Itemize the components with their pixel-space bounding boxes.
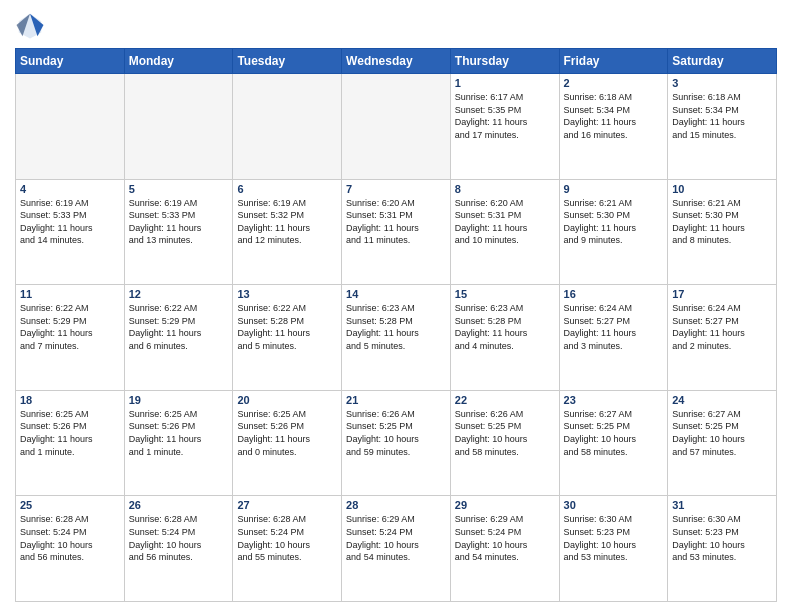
day-info: Sunrise: 6:28 AM Sunset: 5:24 PM Dayligh…	[20, 513, 120, 563]
day-info: Sunrise: 6:29 AM Sunset: 5:24 PM Dayligh…	[455, 513, 555, 563]
calendar-cell: 21Sunrise: 6:26 AM Sunset: 5:25 PM Dayli…	[342, 390, 451, 496]
day-number: 28	[346, 499, 446, 511]
calendar-cell: 22Sunrise: 6:26 AM Sunset: 5:25 PM Dayli…	[450, 390, 559, 496]
calendar-cell: 11Sunrise: 6:22 AM Sunset: 5:29 PM Dayli…	[16, 285, 125, 391]
day-info: Sunrise: 6:26 AM Sunset: 5:25 PM Dayligh…	[346, 408, 446, 458]
day-number: 14	[346, 288, 446, 300]
day-number: 10	[672, 183, 772, 195]
day-info: Sunrise: 6:20 AM Sunset: 5:31 PM Dayligh…	[346, 197, 446, 247]
day-number: 17	[672, 288, 772, 300]
day-number: 15	[455, 288, 555, 300]
day-info: Sunrise: 6:18 AM Sunset: 5:34 PM Dayligh…	[672, 91, 772, 141]
calendar-cell: 13Sunrise: 6:22 AM Sunset: 5:28 PM Dayli…	[233, 285, 342, 391]
day-number: 19	[129, 394, 229, 406]
day-info: Sunrise: 6:29 AM Sunset: 5:24 PM Dayligh…	[346, 513, 446, 563]
calendar-cell: 24Sunrise: 6:27 AM Sunset: 5:25 PM Dayli…	[668, 390, 777, 496]
day-info: Sunrise: 6:27 AM Sunset: 5:25 PM Dayligh…	[672, 408, 772, 458]
day-info: Sunrise: 6:23 AM Sunset: 5:28 PM Dayligh…	[346, 302, 446, 352]
day-number: 1	[455, 77, 555, 89]
logo	[15, 10, 49, 40]
calendar-week-row: 18Sunrise: 6:25 AM Sunset: 5:26 PM Dayli…	[16, 390, 777, 496]
calendar-cell	[342, 74, 451, 180]
calendar-cell: 4Sunrise: 6:19 AM Sunset: 5:33 PM Daylig…	[16, 179, 125, 285]
weekday-header: Friday	[559, 49, 668, 74]
page: SundayMondayTuesdayWednesdayThursdayFrid…	[0, 0, 792, 612]
calendar-cell: 7Sunrise: 6:20 AM Sunset: 5:31 PM Daylig…	[342, 179, 451, 285]
day-info: Sunrise: 6:19 AM Sunset: 5:33 PM Dayligh…	[20, 197, 120, 247]
calendar-cell: 25Sunrise: 6:28 AM Sunset: 5:24 PM Dayli…	[16, 496, 125, 602]
calendar-cell: 6Sunrise: 6:19 AM Sunset: 5:32 PM Daylig…	[233, 179, 342, 285]
calendar-cell: 2Sunrise: 6:18 AM Sunset: 5:34 PM Daylig…	[559, 74, 668, 180]
day-info: Sunrise: 6:17 AM Sunset: 5:35 PM Dayligh…	[455, 91, 555, 141]
calendar-week-row: 25Sunrise: 6:28 AM Sunset: 5:24 PM Dayli…	[16, 496, 777, 602]
calendar-cell: 28Sunrise: 6:29 AM Sunset: 5:24 PM Dayli…	[342, 496, 451, 602]
calendar-cell: 16Sunrise: 6:24 AM Sunset: 5:27 PM Dayli…	[559, 285, 668, 391]
day-info: Sunrise: 6:20 AM Sunset: 5:31 PM Dayligh…	[455, 197, 555, 247]
calendar-cell: 20Sunrise: 6:25 AM Sunset: 5:26 PM Dayli…	[233, 390, 342, 496]
day-number: 25	[20, 499, 120, 511]
day-info: Sunrise: 6:18 AM Sunset: 5:34 PM Dayligh…	[564, 91, 664, 141]
day-number: 11	[20, 288, 120, 300]
calendar-table: SundayMondayTuesdayWednesdayThursdayFrid…	[15, 48, 777, 602]
calendar-cell: 3Sunrise: 6:18 AM Sunset: 5:34 PM Daylig…	[668, 74, 777, 180]
day-number: 31	[672, 499, 772, 511]
calendar-cell: 19Sunrise: 6:25 AM Sunset: 5:26 PM Dayli…	[124, 390, 233, 496]
calendar-cell: 12Sunrise: 6:22 AM Sunset: 5:29 PM Dayli…	[124, 285, 233, 391]
weekday-header: Saturday	[668, 49, 777, 74]
day-number: 7	[346, 183, 446, 195]
day-number: 16	[564, 288, 664, 300]
day-info: Sunrise: 6:21 AM Sunset: 5:30 PM Dayligh…	[672, 197, 772, 247]
day-info: Sunrise: 6:21 AM Sunset: 5:30 PM Dayligh…	[564, 197, 664, 247]
calendar-cell: 30Sunrise: 6:30 AM Sunset: 5:23 PM Dayli…	[559, 496, 668, 602]
calendar-cell: 9Sunrise: 6:21 AM Sunset: 5:30 PM Daylig…	[559, 179, 668, 285]
day-info: Sunrise: 6:28 AM Sunset: 5:24 PM Dayligh…	[129, 513, 229, 563]
day-number: 9	[564, 183, 664, 195]
day-number: 12	[129, 288, 229, 300]
weekday-header: Wednesday	[342, 49, 451, 74]
calendar-week-row: 1Sunrise: 6:17 AM Sunset: 5:35 PM Daylig…	[16, 74, 777, 180]
calendar-cell: 8Sunrise: 6:20 AM Sunset: 5:31 PM Daylig…	[450, 179, 559, 285]
day-number: 23	[564, 394, 664, 406]
weekday-header-row: SundayMondayTuesdayWednesdayThursdayFrid…	[16, 49, 777, 74]
day-info: Sunrise: 6:22 AM Sunset: 5:28 PM Dayligh…	[237, 302, 337, 352]
calendar-cell: 1Sunrise: 6:17 AM Sunset: 5:35 PM Daylig…	[450, 74, 559, 180]
day-number: 24	[672, 394, 772, 406]
calendar-cell: 18Sunrise: 6:25 AM Sunset: 5:26 PM Dayli…	[16, 390, 125, 496]
day-number: 5	[129, 183, 229, 195]
day-info: Sunrise: 6:25 AM Sunset: 5:26 PM Dayligh…	[20, 408, 120, 458]
day-number: 22	[455, 394, 555, 406]
day-number: 3	[672, 77, 772, 89]
calendar-cell: 26Sunrise: 6:28 AM Sunset: 5:24 PM Dayli…	[124, 496, 233, 602]
calendar-cell	[124, 74, 233, 180]
day-number: 8	[455, 183, 555, 195]
day-info: Sunrise: 6:28 AM Sunset: 5:24 PM Dayligh…	[237, 513, 337, 563]
day-number: 30	[564, 499, 664, 511]
day-number: 21	[346, 394, 446, 406]
day-info: Sunrise: 6:25 AM Sunset: 5:26 PM Dayligh…	[129, 408, 229, 458]
day-info: Sunrise: 6:27 AM Sunset: 5:25 PM Dayligh…	[564, 408, 664, 458]
day-number: 13	[237, 288, 337, 300]
day-info: Sunrise: 6:24 AM Sunset: 5:27 PM Dayligh…	[564, 302, 664, 352]
day-number: 18	[20, 394, 120, 406]
calendar-week-row: 11Sunrise: 6:22 AM Sunset: 5:29 PM Dayli…	[16, 285, 777, 391]
day-info: Sunrise: 6:25 AM Sunset: 5:26 PM Dayligh…	[237, 408, 337, 458]
calendar-cell: 17Sunrise: 6:24 AM Sunset: 5:27 PM Dayli…	[668, 285, 777, 391]
day-number: 4	[20, 183, 120, 195]
day-info: Sunrise: 6:24 AM Sunset: 5:27 PM Dayligh…	[672, 302, 772, 352]
calendar-cell: 27Sunrise: 6:28 AM Sunset: 5:24 PM Dayli…	[233, 496, 342, 602]
day-number: 6	[237, 183, 337, 195]
day-number: 2	[564, 77, 664, 89]
calendar-cell: 29Sunrise: 6:29 AM Sunset: 5:24 PM Dayli…	[450, 496, 559, 602]
day-number: 20	[237, 394, 337, 406]
weekday-header: Monday	[124, 49, 233, 74]
weekday-header: Sunday	[16, 49, 125, 74]
header	[15, 10, 777, 40]
day-number: 26	[129, 499, 229, 511]
calendar-cell: 15Sunrise: 6:23 AM Sunset: 5:28 PM Dayli…	[450, 285, 559, 391]
day-number: 27	[237, 499, 337, 511]
calendar-cell: 23Sunrise: 6:27 AM Sunset: 5:25 PM Dayli…	[559, 390, 668, 496]
day-info: Sunrise: 6:23 AM Sunset: 5:28 PM Dayligh…	[455, 302, 555, 352]
weekday-header: Tuesday	[233, 49, 342, 74]
day-info: Sunrise: 6:19 AM Sunset: 5:33 PM Dayligh…	[129, 197, 229, 247]
day-info: Sunrise: 6:22 AM Sunset: 5:29 PM Dayligh…	[20, 302, 120, 352]
